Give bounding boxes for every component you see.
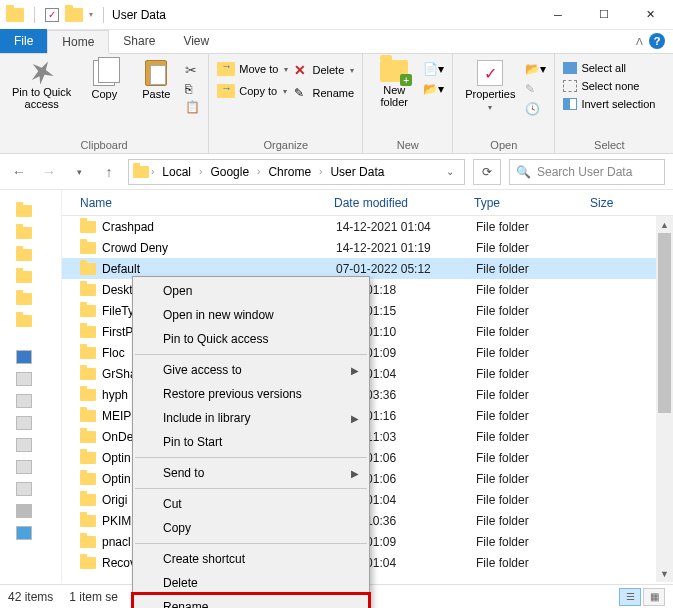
copy-button[interactable]: Copy <box>81 58 127 102</box>
copy-to-button[interactable]: Copy to▾ <box>217 84 288 98</box>
ctx-open-new-window[interactable]: Open in new window <box>133 303 369 327</box>
search-input[interactable] <box>537 165 673 179</box>
address-bar[interactable]: › Local› Google› Chrome› User Data ⌄ <box>128 159 465 185</box>
folder-icon <box>80 284 96 296</box>
ctx-include-in-library[interactable]: Include in library▶ <box>133 406 369 430</box>
move-to-button[interactable]: Move to▾ <box>217 62 288 76</box>
scroll-down-icon[interactable]: ▼ <box>656 565 673 582</box>
ctx-pin-quick-access[interactable]: Pin to Quick access <box>133 327 369 351</box>
ctx-restore-previous[interactable]: Restore previous versions <box>133 382 369 406</box>
nav-item-icon[interactable] <box>16 416 32 430</box>
ctx-give-access-to[interactable]: Give access to▶ <box>133 358 369 382</box>
scroll-thumb[interactable] <box>658 233 671 413</box>
column-size[interactable]: Size <box>590 196 650 210</box>
new-item-icon[interactable]: 📄▾ <box>423 62 444 76</box>
rename-button[interactable]: ✎ Rename <box>294 86 354 100</box>
window-title: User Data <box>108 8 166 22</box>
nav-folder-icon[interactable] <box>16 249 32 261</box>
ctx-send-to[interactable]: Send to▶ <box>133 461 369 485</box>
status-selected-count: 1 item se <box>69 590 118 604</box>
nav-item-icon[interactable] <box>16 394 32 408</box>
forward-button[interactable]: → <box>38 161 60 183</box>
scroll-up-icon[interactable]: ▲ <box>656 216 673 233</box>
column-date[interactable]: Date modified <box>334 196 474 210</box>
ctx-create-shortcut[interactable]: Create shortcut <box>133 547 369 571</box>
table-row[interactable]: Crowd Deny14-12-2021 01:19File folder <box>62 237 673 258</box>
tab-home[interactable]: Home <box>47 30 109 54</box>
file-type: File folder <box>476 367 592 381</box>
ctx-rename[interactable]: Rename <box>133 595 369 608</box>
folder-icon <box>80 326 96 338</box>
up-button[interactable]: ↑ <box>98 161 120 183</box>
ctx-pin-to-start[interactable]: Pin to Start <box>133 430 369 454</box>
breadcrumb-local[interactable]: Local <box>156 163 197 181</box>
breadcrumb-chrome[interactable]: Chrome <box>262 163 317 181</box>
table-row[interactable]: Crashpad14-12-2021 01:04File folder <box>62 216 673 237</box>
nav-item-icon[interactable] <box>16 526 32 540</box>
maximize-button[interactable]: ☐ <box>581 0 627 30</box>
select-none-button[interactable]: Select none <box>563 80 655 92</box>
breadcrumb-google[interactable]: Google <box>204 163 255 181</box>
group-new-label: New <box>371 137 444 151</box>
delete-button[interactable]: ✕ Delete▾ <box>294 62 354 78</box>
ribbon: Pin to Quick access Copy Paste ✂ ⎘ 📋 Cli… <box>0 54 673 154</box>
cut-icon[interactable]: ✂ <box>185 62 200 78</box>
nav-folder-icon[interactable] <box>16 293 32 305</box>
copy-path-icon[interactable]: ⎘ <box>185 82 200 96</box>
properties-button[interactable]: ✓ Properties▾ <box>461 58 519 115</box>
details-view-button[interactable]: ☰ <box>619 588 641 606</box>
vertical-scrollbar[interactable]: ▲ ▼ <box>656 216 673 582</box>
column-name[interactable]: Name <box>80 196 334 210</box>
minimize-button[interactable]: ─ <box>535 0 581 30</box>
icons-view-button[interactable]: ▦ <box>643 588 665 606</box>
nav-item-icon[interactable] <box>16 438 32 452</box>
new-folder-button[interactable]: + New folder <box>371 58 417 110</box>
nav-item-icon[interactable] <box>16 372 32 386</box>
ctx-delete[interactable]: Delete <box>133 571 369 595</box>
history-icon[interactable]: 🕓 <box>525 102 546 116</box>
pin-to-quick-access-button[interactable]: Pin to Quick access <box>8 58 75 112</box>
open-icon[interactable]: 📂▾ <box>525 62 546 76</box>
collapse-ribbon-icon[interactable]: ᐱ <box>636 36 643 47</box>
search-box[interactable]: 🔍 <box>509 159 665 185</box>
column-type[interactable]: Type <box>474 196 590 210</box>
qat-properties-icon[interactable]: ✓ <box>45 8 59 22</box>
file-name: Crowd Deny <box>102 241 336 255</box>
nav-thispc-icon[interactable] <box>16 350 32 364</box>
close-button[interactable]: ✕ <box>627 0 673 30</box>
edit-icon[interactable]: ✎ <box>525 82 546 96</box>
paste-shortcut-icon[interactable]: 📋 <box>185 100 200 114</box>
qat-customize-icon[interactable]: ▾ <box>89 10 93 19</box>
nav-item-icon[interactable] <box>16 482 32 496</box>
nav-folder-icon[interactable] <box>16 227 32 239</box>
invert-selection-button[interactable]: Invert selection <box>563 98 655 110</box>
navigation-pane[interactable] <box>0 190 62 582</box>
back-button[interactable]: ← <box>8 161 30 183</box>
address-dropdown-icon[interactable]: ⌄ <box>440 166 460 177</box>
nav-item-icon[interactable] <box>16 460 32 474</box>
nav-drive-icon[interactable] <box>16 504 32 518</box>
paste-button[interactable]: Paste <box>133 58 179 102</box>
ctx-copy[interactable]: Copy <box>133 516 369 540</box>
folder-icon <box>80 347 96 359</box>
file-type: File folder <box>476 430 592 444</box>
select-all-button[interactable]: Select all <box>563 62 655 74</box>
tab-view[interactable]: View <box>169 29 223 53</box>
group-open-label: Open <box>461 137 546 151</box>
nav-folder-icon[interactable] <box>16 271 32 283</box>
recent-locations-button[interactable]: ▾ <box>68 161 90 183</box>
breadcrumb-userdata[interactable]: User Data <box>324 163 390 181</box>
tab-share[interactable]: Share <box>109 29 169 53</box>
ctx-open[interactable]: Open <box>133 279 369 303</box>
refresh-button[interactable]: ⟳ <box>473 159 501 185</box>
tab-file[interactable]: File <box>0 29 47 53</box>
nav-folder-icon[interactable] <box>16 315 32 327</box>
file-type: File folder <box>476 535 592 549</box>
help-icon[interactable]: ? <box>649 33 665 49</box>
paste-icon <box>145 60 167 86</box>
easy-access-icon[interactable]: 📂▾ <box>423 82 444 96</box>
ctx-cut[interactable]: Cut <box>133 492 369 516</box>
qat-newfolder-icon[interactable] <box>65 8 83 22</box>
folder-icon <box>80 473 96 485</box>
nav-folder-icon[interactable] <box>16 205 32 217</box>
